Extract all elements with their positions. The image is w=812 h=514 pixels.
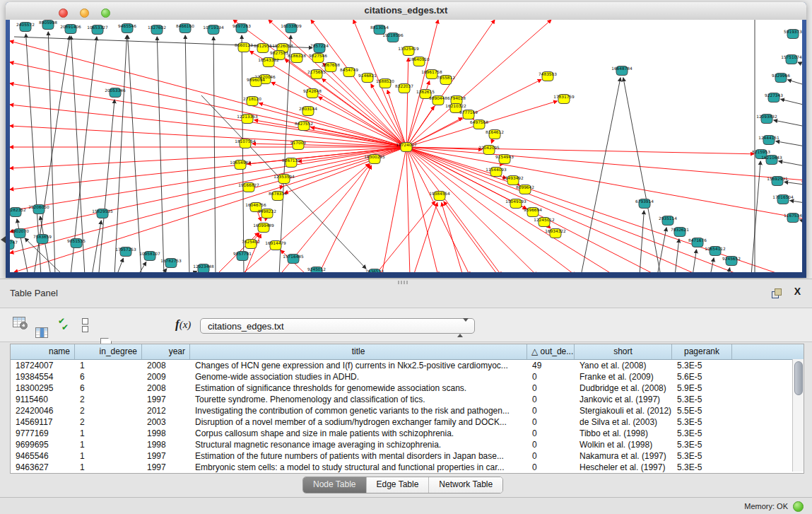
graph-edge[interactable]	[751, 161, 760, 272]
graph-node[interactable]: 7857224	[310, 44, 329, 53]
graph-node[interactable]: 6793914	[635, 199, 654, 209]
graph-node[interactable]: 12093832	[756, 115, 777, 124]
clear-selection-icon[interactable]	[82, 318, 88, 334]
table-cell[interactable]: Estimation of the future numbers of pati…	[190, 450, 527, 462]
graph-node[interactable]: 2803144	[299, 107, 317, 116]
graph-node[interactable]: 8427552	[295, 122, 313, 131]
graph-node[interactable]: 25206050	[28, 205, 49, 214]
table-cell[interactable]: 5.9E-5	[672, 382, 732, 394]
table-cell[interactable]: 9115460	[11, 394, 75, 405]
graph-node[interactable]: 10719134	[203, 25, 224, 35]
graph-edge[interactable]	[10, 41, 406, 147]
graph-node[interactable]: 17831759	[553, 95, 575, 104]
table-cell[interactable]: 9463627	[11, 462, 75, 473]
graph-node[interactable]: 13325419	[398, 47, 419, 56]
graph-node[interactable]: 17957253	[115, 247, 136, 257]
table-cell[interactable]: Embryonic stem cells: a model to study s…	[190, 462, 527, 473]
table-cell[interactable]: 18724007	[11, 360, 75, 371]
table-cell[interactable]: 5.3E-5	[672, 450, 732, 462]
graph-edge[interactable]	[10, 147, 406, 211]
scrollbar-thumb[interactable]	[794, 361, 803, 395]
table-cell[interactable]: 2008	[142, 360, 190, 371]
tab-node-table[interactable]: Node Table	[303, 477, 367, 493]
graph-node[interactable]: 2935114	[659, 216, 677, 226]
graph-edge[interactable]	[311, 127, 406, 147]
table-cell[interactable]: 0	[527, 462, 575, 473]
graph-edge[interactable]	[800, 220, 802, 223]
graph-edge[interactable]	[10, 83, 406, 147]
graph-node[interactable]: 9902070	[11, 229, 29, 238]
graph-node[interactable]: 8454749	[340, 68, 358, 77]
graph-edge[interactable]	[675, 239, 679, 272]
table-cell[interactable]: 5.3E-5	[672, 416, 732, 428]
column-header-pagerank[interactable]: pagerank	[672, 344, 732, 359]
graph-edge[interactable]	[40, 216, 51, 272]
table-cell[interactable]: Genome-wide association studies in ADHD.	[190, 371, 527, 382]
graph-edge[interactable]	[284, 147, 406, 193]
column-header-out_de...[interactable]: △ out_de...	[527, 344, 575, 359]
graph-edge[interactable]	[185, 271, 197, 272]
window-titlebar[interactable]: citations_edges.txt	[6, 2, 806, 21]
graph-node[interactable]: 9329966	[772, 74, 790, 83]
graph-node[interactable]: 9697263	[233, 24, 251, 33]
table-row[interactable]: 2242004622012Investigating the contribut…	[11, 405, 804, 416]
table-cell[interactable]: 9465546	[11, 450, 75, 462]
graph-node[interactable]: 7583859	[33, 235, 52, 244]
table-cell[interactable]: 1	[75, 439, 142, 450]
graph-node[interactable]: 16033809	[281, 24, 302, 33]
graph-edge[interactable]	[406, 147, 754, 154]
table-cell[interactable]: 2	[75, 416, 142, 428]
table-cell[interactable]: 0	[527, 371, 575, 382]
table-cell[interactable]: 1997	[142, 462, 190, 473]
graph-node[interactable]: 7636523	[365, 269, 384, 273]
table-selector-dropdown[interactable]: citations_edges.txt	[200, 318, 475, 334]
graph-edge[interactable]	[138, 262, 146, 272]
graph-node[interactable]: 9227343	[765, 93, 783, 103]
table-cell[interactable]: Franke et al. (2009)	[575, 371, 672, 382]
graph-edge[interactable]	[128, 35, 141, 272]
graph-node[interactable]: 16648784	[611, 66, 632, 76]
graph-edge[interactable]	[798, 62, 802, 67]
table-row[interactable]: 977716911998Corpus callosum shape and si…	[11, 428, 804, 439]
graph-edge[interactable]	[774, 120, 802, 127]
graph-node[interactable]: 7932621	[671, 228, 689, 237]
table-cell[interactable]: 0	[527, 439, 575, 450]
graph-node[interactable]: 16099489	[253, 223, 274, 233]
table-cell[interactable]: Dudbridge et al. (2008)	[575, 382, 672, 394]
graph-node[interactable]: 6497568	[470, 120, 488, 129]
table-cell[interactable]: 9699695	[11, 439, 75, 450]
graph-node[interactable]: 15493492	[502, 176, 524, 185]
table-cell[interactable]: 1	[75, 360, 142, 371]
collapse-panel-arrow-icon[interactable]	[1, 236, 6, 243]
graph-edge[interactable]	[784, 182, 802, 185]
graph-node[interactable]: 9154943	[495, 155, 514, 164]
close-panel-icon[interactable]: X	[794, 286, 801, 297]
graph-edge[interactable]	[776, 141, 802, 147]
table-cell[interactable]: 2008	[142, 382, 190, 394]
table-cell[interactable]: 2009	[142, 371, 190, 382]
select-all-icon[interactable]: ✔✔	[58, 318, 72, 332]
table-cell[interactable]: 5.3E-5	[672, 428, 732, 439]
column-header-filler[interactable]	[732, 344, 804, 359]
graph-node[interactable]: 12923448	[193, 264, 214, 273]
graph-node[interactable]: 9857791	[233, 252, 252, 261]
table-row[interactable]: 1872400712008Changes of HCN gene express…	[11, 360, 804, 371]
graph-node[interactable]: 917003	[290, 141, 306, 150]
graph-node[interactable]: 20053346	[105, 88, 126, 98]
table-cell[interactable]: 5.3E-5	[672, 462, 732, 473]
table-row[interactable]: 946362711997Embryonic stem cells: a mode…	[11, 462, 804, 473]
table-cell[interactable]: Nakamura et al. (1997)	[575, 450, 672, 462]
table-settings-icon[interactable]	[13, 317, 25, 327]
graph-edge[interactable]	[406, 147, 438, 272]
graph-edge[interactable]	[406, 147, 700, 272]
graph-node[interactable]: 16543382	[258, 58, 279, 67]
graph-edge[interactable]	[213, 37, 216, 272]
graph-edge[interactable]	[728, 268, 730, 272]
show-columns-icon[interactable]	[35, 327, 48, 338]
graph-node[interactable]: 8164612	[486, 130, 504, 139]
column-header-year[interactable]: year	[142, 344, 190, 359]
graph-edge[interactable]	[406, 147, 784, 272]
graph-node[interactable]: 9245012	[307, 267, 326, 273]
graph-edge[interactable]	[10, 147, 406, 168]
graph-edge[interactable]	[10, 105, 406, 147]
